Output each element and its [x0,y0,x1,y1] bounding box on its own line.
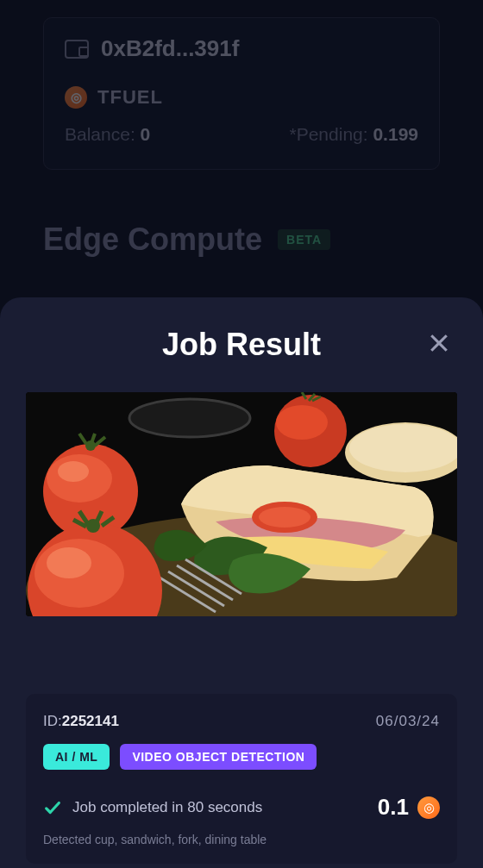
job-card: ID:2252141 06/03/24 AI / ML VIDEO OBJECT… [26,694,457,864]
pending-value: 0.199 [373,124,418,144]
job-date: 06/03/24 [376,713,440,730]
beta-badge: BETA [278,229,330,250]
wallet-address: 0xB2fd...391f [101,35,239,62]
svg-point-18 [85,440,96,451]
balance-value: 0 [141,124,151,144]
job-result-modal: Job Result [0,297,483,868]
tfuel-icon: ◎ [65,86,87,109]
svg-point-22 [86,519,100,533]
svg-point-14 [276,405,328,440]
close-icon [426,330,452,356]
pending-label: *Pending: [290,124,368,144]
job-id-label: ID: [43,713,62,729]
section-header: Edge Compute BETA [43,222,440,258]
wallet-address-row[interactable]: 0xB2fd...391f [65,35,418,62]
svg-point-8 [259,507,310,528]
section-title: Edge Compute [43,222,262,258]
result-image [26,392,457,616]
detected-objects: Detected cup, sandwich, fork, dining tab… [43,833,440,846]
svg-point-21 [47,547,91,578]
token-label: TFUEL [97,86,163,109]
tags-row: AI / ML VIDEO OBJECT DETECTION [43,744,440,770]
close-button[interactable] [426,330,452,356]
svg-point-4 [129,399,250,437]
job-amount: 0.1 ◎ [378,794,440,821]
svg-point-17 [58,461,89,482]
job-id: ID:2252141 [43,713,119,730]
tag-video-object-detection[interactable]: VIDEO OBJECT DETECTION [120,744,317,770]
balance-row: Balance: 0 *Pending: 0.199 [65,124,418,145]
amount-value: 0.1 [378,794,409,821]
wallet-icon [65,40,89,59]
tfuel-coin-icon: ◎ [417,796,440,819]
token-row: ◎ TFUEL [65,86,418,109]
balance-label: Balance: [65,124,135,144]
wallet-card: 0xB2fd...391f ◎ TFUEL Balance: 0 *Pendin… [43,17,440,170]
modal-title: Job Result [26,327,457,363]
job-status-text: Job completed in 80 seconds [72,799,262,816]
check-icon [43,798,62,817]
job-id-value: 2252141 [62,713,119,729]
tag-ai-ml[interactable]: AI / ML [43,744,110,770]
svg-point-6 [349,424,457,472]
